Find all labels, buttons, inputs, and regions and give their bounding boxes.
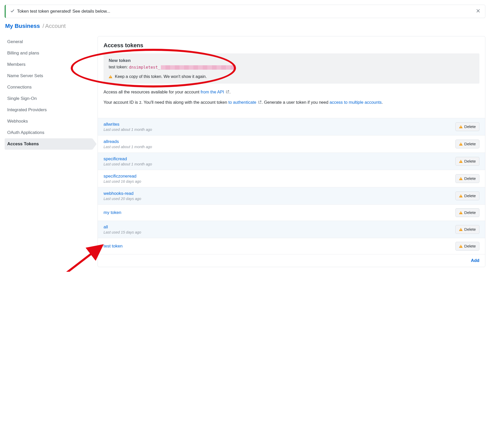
token-row: allLast used 15 days agoDelete xyxy=(98,221,485,238)
delete-label: Delete xyxy=(464,176,476,181)
token-secret-prefix: dnsimpletest_ xyxy=(129,65,160,70)
delete-label: Delete xyxy=(464,142,476,146)
delete-button[interactable]: Delete xyxy=(455,225,479,234)
breadcrumb-current: Account xyxy=(45,23,66,29)
token-row: test tokenDelete xyxy=(98,238,485,254)
breadcrumb: My Business /Account xyxy=(5,23,485,29)
sidebar-item-billing[interactable]: Billing and plans xyxy=(5,47,92,59)
token-name-link[interactable]: specificzoneread xyxy=(104,174,141,179)
token-meta: Last used about 1 month ago xyxy=(104,162,152,166)
token-meta: Last used 20 days ago xyxy=(104,197,141,201)
desc-account-id: Your account ID is 2. You'll need this a… xyxy=(104,99,479,106)
token-warning-text: Keep a copy of this token. We won't show… xyxy=(115,74,207,79)
token-name-link[interactable]: my token xyxy=(104,210,121,215)
warning-icon xyxy=(459,228,463,231)
link-authenticate[interactable]: to authenticate xyxy=(228,100,262,105)
sidebar-item-general[interactable]: General xyxy=(5,36,92,47)
warning-icon xyxy=(459,142,463,146)
warning-icon xyxy=(459,160,463,163)
delete-label: Delete xyxy=(464,244,476,249)
external-link-icon xyxy=(226,89,229,96)
breadcrumb-sep: / xyxy=(43,23,44,29)
delete-label: Delete xyxy=(464,210,476,215)
token-meta: Last used about 1 month ago xyxy=(104,145,152,149)
sidebar: General Billing and plans Members Name S… xyxy=(5,36,92,267)
token-row: allreadsLast used about 1 month agoDelet… xyxy=(98,135,485,153)
external-link-icon xyxy=(258,99,262,106)
warning-icon xyxy=(459,177,463,180)
delete-label: Delete xyxy=(464,227,476,232)
link-from-api[interactable]: from the API xyxy=(201,90,229,94)
token-name-link[interactable]: test token xyxy=(104,244,123,249)
alert-text: Token test token generated! See details … xyxy=(17,9,110,14)
warning-icon xyxy=(109,75,112,78)
sidebar-item-oauth[interactable]: OAuth Applications xyxy=(5,127,92,138)
token-row: specificreadLast used about 1 month agoD… xyxy=(98,153,485,170)
close-icon[interactable] xyxy=(476,9,480,14)
sidebar-item-nameserver[interactable]: Name Server Sets xyxy=(5,70,92,82)
token-secret-redacted xyxy=(161,65,236,70)
delete-label: Delete xyxy=(464,159,476,164)
add-button[interactable]: Add xyxy=(471,258,479,263)
sidebar-item-webhooks[interactable]: Webhooks xyxy=(5,116,92,127)
token-row: my tokenDelete xyxy=(98,205,485,221)
sidebar-item-sso[interactable]: Single Sign-On xyxy=(5,93,92,104)
sidebar-item-connections[interactable]: Connections xyxy=(5,82,92,93)
check-icon xyxy=(10,9,14,14)
token-name-link[interactable]: specificread xyxy=(104,156,152,162)
desc-api: Access all the resources available for y… xyxy=(104,89,479,96)
delete-button[interactable]: Delete xyxy=(455,122,479,131)
sidebar-item-members[interactable]: Members xyxy=(5,59,92,70)
page-title: Access tokens xyxy=(104,42,479,49)
token-list: allwritesLast used about 1 month agoDele… xyxy=(98,118,485,254)
sidebar-item-tokens[interactable]: Access Tokens xyxy=(5,138,92,150)
token-meta: Last used 16 days ago xyxy=(104,179,141,183)
token-name-link[interactable]: webhooks-read xyxy=(104,191,141,196)
link-multiple-accounts[interactable]: access to multiple accounts xyxy=(330,100,382,105)
success-alert: Token test token generated! See details … xyxy=(5,5,485,18)
token-name-link[interactable]: allreads xyxy=(104,139,152,144)
warning-icon xyxy=(459,125,463,128)
token-meta: Last used about 1 month ago xyxy=(104,127,152,132)
delete-button[interactable]: Delete xyxy=(455,242,479,251)
new-token-label: test token: xyxy=(109,65,128,69)
new-token-title: New token xyxy=(109,58,474,63)
warning-icon xyxy=(459,211,463,214)
delete-label: Delete xyxy=(464,194,476,198)
sidebar-item-providers[interactable]: Integrated Providers xyxy=(5,104,92,116)
delete-label: Delete xyxy=(464,124,476,129)
token-row: allwritesLast used about 1 month agoDele… xyxy=(98,118,485,135)
delete-button[interactable]: Delete xyxy=(455,140,479,148)
token-row: webhooks-readLast used 20 days agoDelete xyxy=(98,187,485,205)
token-name-link[interactable]: all xyxy=(104,225,141,230)
delete-button[interactable]: Delete xyxy=(455,208,479,217)
token-name-link[interactable]: allwrites xyxy=(104,122,152,127)
delete-button[interactable]: Delete xyxy=(455,174,479,183)
delete-button[interactable]: Delete xyxy=(455,191,479,200)
delete-button[interactable]: Delete xyxy=(455,157,479,166)
new-token-box: New token test token: dnsimpletest_ Keep… xyxy=(104,53,479,84)
main-panel: Access tokens New token test token: dnsi… xyxy=(98,36,485,267)
token-meta: Last used 15 days ago xyxy=(104,230,141,234)
warning-icon xyxy=(459,194,463,197)
breadcrumb-root[interactable]: My Business xyxy=(5,23,40,29)
warning-icon xyxy=(459,245,463,248)
token-row: specificzonereadLast used 16 days agoDel… xyxy=(98,170,485,187)
